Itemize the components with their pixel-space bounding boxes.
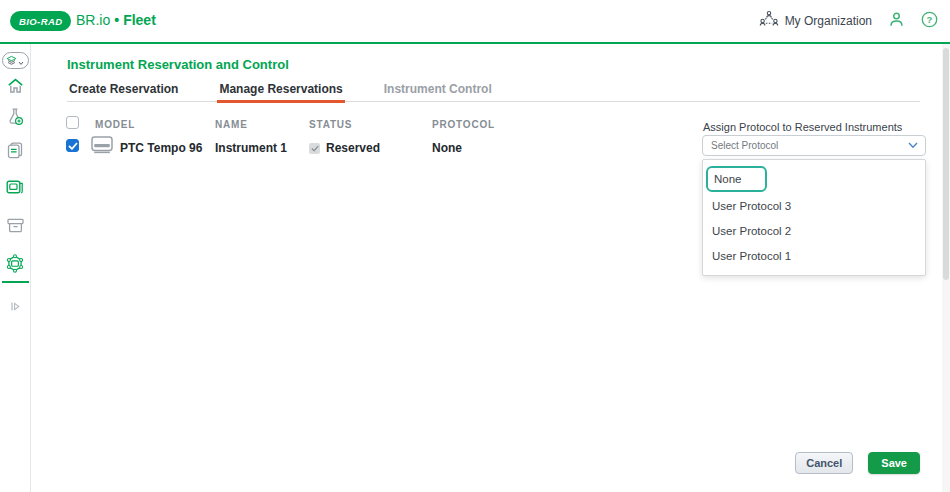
- vertical-scrollbar-track: [942, 44, 950, 492]
- help-button[interactable]: ?: [921, 11, 938, 32]
- organization-icon: [759, 10, 779, 32]
- archive-box-icon: [7, 218, 24, 237]
- tabs: Create Reservation Manage Reservations I…: [67, 81, 920, 102]
- cell-protocol: None: [432, 141, 462, 155]
- dropdown-option-user-protocol-2[interactable]: User Protocol 2: [703, 220, 925, 242]
- cell-model: PTC Tempo 96: [120, 141, 202, 155]
- column-header-status: STATUS: [309, 119, 352, 130]
- column-header-model: MODEL: [95, 119, 135, 130]
- column-header-name: NAME: [215, 119, 248, 130]
- sidebar: [0, 44, 31, 492]
- dropdown-option-user-protocol-1[interactable]: User Protocol 1: [703, 245, 925, 267]
- svg-text:?: ?: [927, 14, 933, 25]
- biorad-logo-text: BIO-RAD: [19, 16, 62, 27]
- sidebar-expand-button[interactable]: [0, 298, 30, 316]
- sidebar-item-create-experiment[interactable]: [0, 108, 30, 130]
- app-title: BR.io•Fleet: [76, 12, 156, 28]
- sidebar-item-home[interactable]: [0, 78, 30, 98]
- title-separator: •: [114, 12, 119, 28]
- fleet-network-icon: [5, 254, 25, 278]
- dropdown-option-none[interactable]: None: [706, 166, 767, 192]
- thermal-cycler-icon: [91, 136, 113, 158]
- person-icon: [888, 11, 905, 32]
- tab-create-reservation[interactable]: Create Reservation: [67, 81, 180, 101]
- active-item-underline: [2, 281, 29, 283]
- header-actions: My Organization ?: [759, 0, 938, 42]
- sidebar-item-app-switcher[interactable]: [0, 52, 30, 69]
- footer-actions: Cancel Save: [795, 452, 920, 474]
- select-all-checkbox[interactable]: [66, 116, 79, 129]
- expand-panel-icon: [10, 298, 21, 316]
- tab-instrument-control[interactable]: Instrument Control: [382, 81, 494, 101]
- biorad-logo[interactable]: BIO-RAD: [10, 11, 71, 31]
- app-window: BIO-RAD BR.io•Fleet My Organization: [0, 0, 950, 492]
- home-icon: [7, 78, 24, 98]
- reserved-checkbox-icon: [309, 143, 320, 154]
- cell-status: Reserved: [309, 141, 380, 155]
- select-chevron-down-icon: [908, 142, 925, 149]
- dropdown-option-user-protocol-3[interactable]: User Protocol 3: [703, 195, 925, 217]
- product-name: BR.io: [76, 12, 110, 28]
- save-button[interactable]: Save: [868, 452, 920, 474]
- organization-label: My Organization: [785, 14, 872, 28]
- app-header: BIO-RAD BR.io•Fleet My Organization: [0, 0, 950, 44]
- help-icon: ?: [921, 11, 938, 32]
- organization-menu[interactable]: My Organization: [759, 10, 872, 32]
- main-content: Instrument Reservation and Control Creat…: [32, 44, 950, 492]
- protocol-select[interactable]: Select Protocol: [702, 135, 926, 156]
- user-account-button[interactable]: [888, 11, 905, 32]
- module-name: Fleet: [123, 12, 156, 28]
- page-title: Instrument Reservation and Control: [67, 57, 289, 72]
- cancel-button[interactable]: Cancel: [795, 452, 853, 474]
- protocol-dropdown-menu: None User Protocol 3 User Protocol 2 Use…: [702, 159, 926, 276]
- sidebar-item-archive[interactable]: [0, 218, 30, 237]
- cell-name: Instrument 1: [215, 141, 287, 155]
- column-header-protocol: PROTOCOL: [432, 119, 495, 130]
- vertical-scrollbar-thumb[interactable]: [943, 48, 949, 280]
- status-label: Reserved: [326, 141, 380, 155]
- instrument-icon: [6, 179, 24, 200]
- flask-plus-icon: [7, 108, 24, 130]
- documents-icon: [7, 142, 23, 163]
- sidebar-item-instruments[interactable]: [0, 179, 30, 200]
- chevron-down-icon: [18, 52, 24, 70]
- sidebar-item-fleet[interactable]: [0, 254, 30, 278]
- app-switcher-pill: [2, 52, 29, 69]
- sidebar-item-documents[interactable]: [0, 142, 30, 163]
- protocol-select-placeholder: Select Protocol: [703, 140, 908, 151]
- row-checkbox[interactable]: [66, 139, 79, 152]
- layers-icon: [6, 52, 17, 70]
- tab-manage-reservations[interactable]: Manage Reservations: [217, 81, 344, 103]
